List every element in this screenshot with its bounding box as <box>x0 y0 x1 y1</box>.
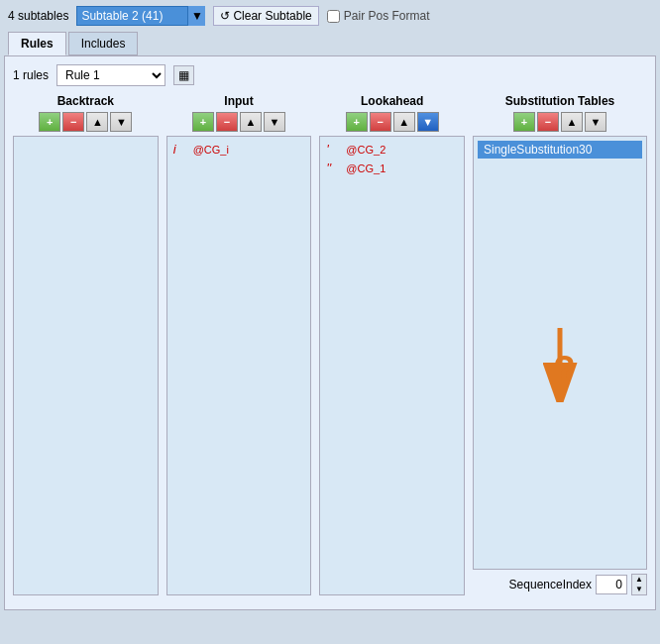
lookahead-remove-button[interactable]: − <box>370 112 391 132</box>
rules-count-label: 1 rules <box>13 68 49 82</box>
calendar-icon: ▦ <box>178 68 189 82</box>
input-cg-ref-0: @CG_i <box>193 144 229 156</box>
lookahead-cg-ref-0: @CG_2 <box>346 144 385 156</box>
list-item: i @CG_i <box>171 141 307 158</box>
question-arrow-area: ? <box>478 161 642 565</box>
sequence-index-input[interactable] <box>596 575 627 594</box>
tab-includes[interactable]: Includes <box>68 32 139 55</box>
input-add-button[interactable]: + <box>192 112 214 132</box>
top-bar: 4 subtables Subtable 2 (41) ▼ ↺ Clear Su… <box>0 0 660 32</box>
tab-rules[interactable]: Rules <box>8 32 66 55</box>
rule-dropdown-wrapper: Rule 1 <box>56 64 165 86</box>
content-area: 1 rules Rule 1 ▦ Backtrack + − ▲ ▼ Input <box>4 55 656 610</box>
substitution-add-button[interactable]: + <box>513 112 535 132</box>
input-remove-button[interactable]: − <box>216 112 238 132</box>
lookahead-glyph-0: ' <box>326 142 340 157</box>
substitution-controls: + − ▲ ▼ <box>473 112 647 132</box>
rule-select[interactable]: Rule 1 <box>56 64 165 86</box>
substitution-up-button[interactable]: ▲ <box>561 112 583 132</box>
substitution-down-button[interactable]: ▼ <box>585 112 606 132</box>
lookahead-glyph-1: '' <box>326 161 340 175</box>
sequence-spin-down-button[interactable]: ▼ <box>632 585 646 594</box>
substitution-table-entry[interactable]: SingleSubstitution30 <box>478 141 642 159</box>
backtrack-down-button[interactable]: ▼ <box>110 112 132 132</box>
input-controls: + − ▲ ▼ <box>166 112 312 132</box>
sequence-index-label: SequenceIndex <box>509 578 592 591</box>
subtable-count-label: 4 subtables <box>8 9 68 23</box>
lookahead-add-button[interactable]: + <box>346 112 368 132</box>
subtable-dropdown-wrapper: Subtable 2 (41) ▼ <box>76 6 205 26</box>
sequence-spinner: ▲ ▼ <box>631 574 647 595</box>
input-list: i @CG_i <box>166 136 312 595</box>
lookahead-up-button[interactable]: ▲ <box>393 112 415 132</box>
sequence-bar: SequenceIndex ▲ ▼ <box>473 570 647 595</box>
clear-subtable-button[interactable]: ↺ Clear Subtable <box>213 6 318 26</box>
lookahead-cg-ref-1: @CG_1 <box>346 162 385 174</box>
substitution-remove-button[interactable]: − <box>537 112 559 132</box>
tab-bar: Rules Includes <box>0 32 660 55</box>
rules-bar: 1 rules Rule 1 ▦ <box>13 64 647 86</box>
substitution-list: SingleSubstitution30 ? <box>473 136 647 570</box>
subtable-select[interactable]: Subtable 2 (41) <box>76 6 205 26</box>
lookahead-header: Lookahead <box>319 94 465 108</box>
backtrack-header: Backtrack <box>13 94 159 108</box>
list-item: ' @CG_2 <box>324 141 460 158</box>
list-item: '' @CG_1 <box>324 160 460 176</box>
backtrack-up-button[interactable]: ▲ <box>86 112 108 132</box>
input-header: Input <box>166 94 312 108</box>
lookahead-down-button[interactable]: ▼ <box>417 112 439 132</box>
backtrack-column: Backtrack + − ▲ ▼ <box>13 94 159 595</box>
lookahead-list: ' @CG_2 '' @CG_1 <box>319 136 465 595</box>
pair-pos-format-label[interactable]: Pair Pos Format <box>327 9 430 23</box>
lookahead-column: Lookahead + − ▲ ▼ ' @CG_2 '' @CG_1 <box>319 94 465 595</box>
backtrack-add-button[interactable]: + <box>39 112 60 132</box>
backtrack-list <box>13 136 159 595</box>
substitution-column: Substitution Tables + − ▲ ▼ SingleSubsti… <box>473 94 647 595</box>
columns-container: Backtrack + − ▲ ▼ Input + − ▲ ▼ i @CG_i <box>13 94 647 595</box>
calendar-button[interactable]: ▦ <box>173 65 194 85</box>
substitution-header: Substitution Tables <box>473 94 647 108</box>
input-up-button[interactable]: ▲ <box>240 112 262 132</box>
input-glyph-0: i <box>173 142 187 157</box>
input-column: Input + − ▲ ▼ i @CG_i <box>166 94 312 595</box>
input-down-button[interactable]: ▼ <box>264 112 285 132</box>
backtrack-remove-button[interactable]: − <box>62 112 84 132</box>
pair-pos-format-checkbox[interactable] <box>327 10 340 23</box>
sequence-spin-up-button[interactable]: ▲ <box>632 575 646 585</box>
backtrack-controls: + − ▲ ▼ <box>13 112 159 132</box>
lookahead-controls: + − ▲ ▼ <box>319 112 465 132</box>
clear-icon: ↺ <box>220 9 230 23</box>
question-mark-icon: ? <box>553 350 575 391</box>
